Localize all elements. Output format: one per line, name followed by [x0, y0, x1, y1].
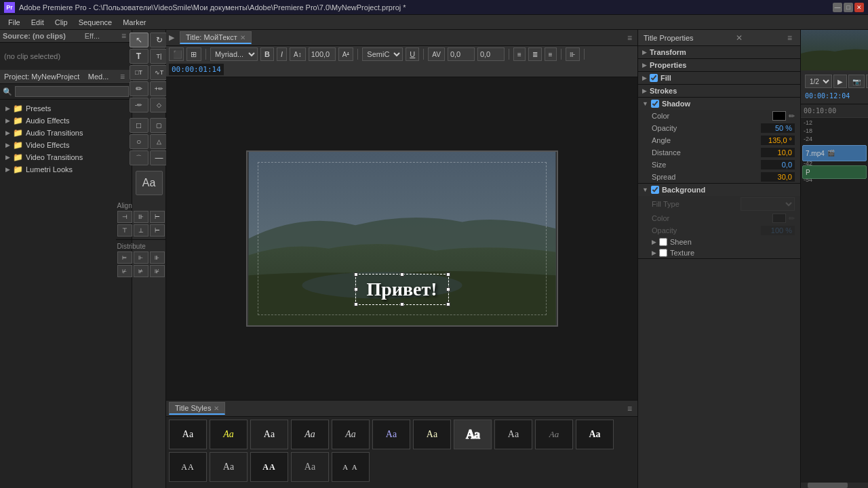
distribute-h3-button[interactable]: ⊬ — [117, 265, 132, 277]
handle-mr[interactable] — [446, 287, 450, 291]
style-preview-14[interactable]: Aa — [291, 452, 329, 482]
title-text-content[interactable]: Привет! — [366, 279, 437, 300]
handle-bl[interactable] — [353, 302, 357, 306]
bold-button[interactable]: B — [260, 47, 274, 61]
sheen-checkbox[interactable] — [659, 238, 667, 246]
timeline-scrollbar[interactable] — [801, 483, 868, 488]
align-right-text-button[interactable]: ≡ — [545, 47, 557, 61]
title-new-button[interactable]: ⬛ — [169, 47, 184, 61]
canvas-area[interactable]: Привет! — [166, 77, 637, 400]
shadow-angle-value[interactable]: 135,0 ° — [761, 136, 795, 145]
font-size-input[interactable] — [309, 47, 336, 61]
area-type-tool-button[interactable]: □T — [130, 65, 149, 80]
title-panel-menu[interactable]: ≡ — [625, 33, 635, 43]
remove-anchor-button[interactable]: -✏ — [130, 98, 149, 113]
shadow-distance-value[interactable]: 10,0 — [761, 148, 795, 157]
style-preview-9[interactable]: Aa — [535, 420, 573, 449]
menu-file[interactable]: File — [3, 17, 26, 28]
logo-insert-button[interactable]: Aa — [136, 171, 163, 195]
leading-input[interactable] — [477, 47, 505, 61]
title-properties-menu[interactable]: ✕ — [733, 33, 745, 43]
preview-scale-select[interactable]: 1/2 — [805, 75, 832, 88]
project-panel-menu[interactable]: ≡ — [117, 72, 127, 81]
font-style-select[interactable]: SemiC... — [362, 47, 403, 61]
align-right-button[interactable]: ⊢ — [150, 211, 165, 223]
handle-bm[interactable] — [400, 302, 404, 306]
style-preview-12[interactable]: Aa — [210, 452, 248, 482]
background-color-pencil[interactable]: ✏ — [789, 214, 795, 223]
font-baseline-button[interactable]: A⁴ — [338, 47, 354, 61]
selection-tool-button[interactable]: ↖ — [130, 33, 149, 47]
arc-tool-button[interactable]: ⌒ — [130, 150, 149, 165]
distribute-h4-button[interactable]: ⊮ — [150, 265, 165, 277]
style-preview-8[interactable]: Aa — [494, 420, 532, 449]
align-left-button[interactable]: ⊣ — [117, 211, 132, 223]
timeline-clip-video[interactable]: 7.mp4 🎬 — [802, 145, 867, 161]
style-preview-13[interactable]: AA — [250, 452, 288, 482]
align-left-text-button[interactable]: ≡ — [513, 47, 526, 61]
tree-item-video-transitions[interactable]: ▶ 📁 Video Transitions — [0, 151, 132, 163]
styles-panel-menu[interactable]: ≡ — [625, 404, 635, 413]
handle-tm[interactable] — [400, 272, 404, 277]
transform-section-header[interactable]: ▶ Transform — [638, 46, 800, 58]
shadow-size-value[interactable]: 0,0 — [761, 160, 795, 169]
title-properties-options[interactable]: ≡ — [785, 33, 795, 43]
fill-checkbox[interactable] — [650, 74, 658, 82]
style-preview-6[interactable]: Aa — [413, 420, 451, 449]
timeline-clip-audio[interactable]: P — [802, 165, 867, 179]
title-tab-close[interactable]: ✕ — [240, 34, 245, 41]
minimize-button[interactable]: — — [833, 3, 842, 12]
kerning-input[interactable] — [448, 47, 475, 61]
style-preview-11[interactable]: AA — [169, 452, 207, 482]
tree-item-audio-effects[interactable]: ▶ 📁 Audio Effects — [0, 115, 132, 127]
italic-button[interactable]: I — [277, 47, 287, 61]
background-filltype-select[interactable] — [741, 197, 795, 211]
background-opacity-value[interactable]: 100 % — [761, 226, 795, 235]
align-center-h-button[interactable]: ⊪ — [134, 211, 149, 223]
strokes-section-header[interactable]: ▶ Strokes — [638, 85, 800, 97]
title-templates-button[interactable]: ⊞ — [186, 47, 201, 61]
tree-item-lumetri-looks[interactable]: ▶ 📁 Lumetri Looks — [0, 163, 132, 176]
handle-ml[interactable] — [353, 287, 357, 291]
align-center-v-button[interactable]: ⊥ — [134, 224, 149, 237]
preview-camera-button[interactable]: 📷 — [848, 75, 865, 88]
tab-stops-button[interactable]: ⊪ — [566, 47, 580, 61]
handle-br[interactable] — [446, 302, 450, 306]
properties-section-header[interactable]: ▶ Properties — [638, 59, 800, 71]
style-preview-1[interactable]: Aa — [210, 420, 248, 449]
handle-tr[interactable] — [446, 272, 450, 277]
close-button[interactable]: ✕ — [854, 3, 864, 12]
fill-section-header[interactable]: ▶ Fill — [638, 72, 800, 84]
handle-tl[interactable] — [353, 272, 357, 277]
font-family-select[interactable]: Myriad... — [210, 47, 258, 61]
style-preview-0[interactable]: Aa — [169, 420, 207, 449]
style-preview-15[interactable]: A A — [332, 452, 370, 482]
shadow-color-swatch[interactable] — [772, 111, 786, 121]
menu-marker[interactable]: Marker — [117, 17, 151, 28]
style-preview-5[interactable]: Aa — [372, 420, 410, 449]
shadow-opacity-value[interactable]: 50 % — [761, 123, 795, 133]
style-preview-10[interactable]: Aa — [576, 420, 614, 449]
distribute-v-button[interactable]: ⊩ — [134, 251, 149, 264]
shadow-section-header[interactable]: ▼ Shadow — [638, 98, 800, 110]
distribute-v3-button[interactable]: ⊭ — [134, 265, 149, 277]
preview-play-button[interactable]: ▶ — [833, 75, 847, 88]
style-preview-3[interactable]: Aa — [291, 420, 329, 449]
underline-button[interactable]: U — [406, 47, 419, 61]
tree-item-presets[interactable]: ▶ 📁 Presets — [0, 102, 132, 115]
distribute-h2-button[interactable]: ⊪ — [150, 251, 165, 264]
maximize-button[interactable]: □ — [844, 3, 853, 12]
texture-checkbox[interactable] — [659, 249, 667, 257]
timeline-scrollbar-thumb[interactable] — [808, 483, 848, 488]
style-preview-4[interactable]: Aa — [332, 420, 370, 449]
rectangle-tool-button[interactable]: □ — [130, 118, 149, 133]
menu-sequence[interactable]: Sequence — [73, 17, 118, 28]
tree-item-audio-transitions[interactable]: ▶ 📁 Audio Transitions — [0, 127, 132, 139]
menu-clip[interactable]: Clip — [50, 17, 73, 28]
distribute-h-button[interactable]: ⊨ — [117, 251, 132, 264]
type-tool-button[interactable]: T — [130, 49, 149, 64]
ellipse-tool-button[interactable]: ○ — [130, 134, 149, 149]
title-tab[interactable]: Title: МойТекст ✕ — [180, 31, 252, 44]
align-top-button[interactable]: ⊤ — [117, 224, 132, 237]
shadow-color-pencil[interactable]: ✏ — [789, 112, 795, 121]
